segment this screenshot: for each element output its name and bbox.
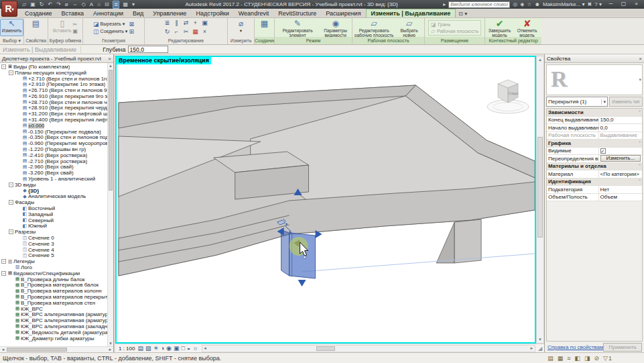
ribbon-tab[interactable]: Управление bbox=[148, 9, 191, 17]
tree-expander[interactable]: − bbox=[1, 271, 6, 276]
panel-label-context-editor[interactable]: Контекстный редактор bbox=[485, 37, 541, 44]
join-geometry-button[interactable]: ◫Соединить ▾ bbox=[93, 28, 127, 35]
edit-extrusion-button[interactable]: ✎ Редактировать элемент выдавливания bbox=[276, 19, 319, 36]
close-button[interactable]: × bbox=[630, 1, 643, 8]
switch-windows-icon[interactable]: ▦ bbox=[122, 1, 129, 8]
tree-item[interactable]: -1.220 (Подошвы вн гр) bbox=[0, 146, 107, 152]
panel-label-measure[interactable]: Измерить bbox=[228, 37, 254, 44]
design-options-icon[interactable]: ▦ bbox=[558, 355, 564, 362]
scroll-down-icon[interactable]: ▼ bbox=[537, 337, 543, 342]
viewcube[interactable]: Сзади bbox=[487, 80, 529, 113]
offset-icon[interactable]: ∥ bbox=[172, 19, 181, 28]
property-value[interactable]: Объем bbox=[599, 194, 642, 201]
pick-new-workplane-button[interactable]: ▱ Выбрать новую bbox=[395, 19, 423, 36]
open-icon[interactable]: ▱ bbox=[21, 1, 27, 8]
exchange-apps-icon[interactable]: ✖ bbox=[588, 1, 592, 7]
delete-icon[interactable]: × bbox=[200, 28, 209, 36]
aligned-dimension-icon[interactable]: ⇔ bbox=[72, 1, 78, 8]
tree-item[interactable]: Лого bbox=[0, 264, 107, 270]
scrollbar-thumb[interactable] bbox=[7, 348, 67, 352]
tree-item[interactable]: В_Проверка материалов балок bbox=[0, 282, 107, 288]
property-value[interactable]: Выдавливание bbox=[599, 132, 642, 140]
rotate-icon[interactable]: ↻ bbox=[163, 28, 172, 36]
property-value[interactable]: 150,0 bbox=[599, 117, 642, 124]
panel-label-edit[interactable]: Редактирование bbox=[145, 37, 227, 44]
tree-item[interactable]: -2.960 (Верх свай) bbox=[0, 164, 107, 170]
tree-item[interactable]: КЖ_ВРС альтернативная (арматура) bbox=[0, 311, 107, 317]
tree-item[interactable]: КЖ_ВРС альтернативная (закладные детали) bbox=[0, 323, 107, 329]
application-menu-button[interactable]: R▾ bbox=[1, 1, 17, 17]
placement-face-option[interactable]: ◪Грань bbox=[431, 21, 478, 28]
panel-label-create[interactable]: Создание bbox=[255, 37, 274, 44]
tree-item[interactable]: − Планы несущих конструкций bbox=[0, 70, 107, 76]
cut-to-clipboard-icon[interactable]: ✂ bbox=[73, 21, 78, 28]
section-icon[interactable]: ⊟ bbox=[104, 1, 110, 8]
tree-item[interactable]: Сечение 4 bbox=[0, 247, 107, 253]
trim-icon[interactable]: ⌐ bbox=[172, 28, 181, 36]
text-icon[interactable]: A bbox=[89, 1, 94, 8]
minimize-button[interactable]: ─ bbox=[604, 1, 617, 8]
tree-item[interactable]: ±0.000 bbox=[0, 123, 107, 129]
tree-item[interactable]: Сечение 0 bbox=[0, 235, 107, 241]
scroll-down-icon[interactable]: ▼ bbox=[108, 341, 113, 346]
view-window[interactable]: Временное скрытие/изоляция bbox=[115, 56, 536, 344]
tree-item[interactable]: +2.910 (Перекрытие 1го этажа) bbox=[0, 81, 107, 87]
property-value[interactable]: ✓ bbox=[599, 148, 642, 155]
ribbon-tab[interactable]: Создание bbox=[20, 9, 57, 17]
scroll-right-icon[interactable]: ► bbox=[107, 347, 113, 352]
tree-item[interactable]: Сечение 3 bbox=[0, 241, 107, 247]
tree-item[interactable]: Южный bbox=[0, 223, 107, 229]
tree-expander[interactable]: − bbox=[9, 229, 13, 234]
tree-item[interactable]: {3D} bbox=[0, 188, 107, 194]
reveal-hidden-icon[interactable]: ☼ bbox=[192, 345, 198, 352]
tag-icon[interactable]: ◇ bbox=[81, 1, 86, 8]
property-value[interactable]: Нет bbox=[599, 186, 642, 193]
finish-model-button[interactable]: ✔ Завершить модель bbox=[487, 19, 513, 36]
tree-item[interactable]: Сечение 5 bbox=[0, 253, 107, 259]
panel-label-select[interactable]: Выбор ▾ bbox=[0, 37, 23, 44]
tree-item[interactable]: Уровень 1 - аналитический bbox=[0, 176, 107, 182]
crop-view-icon[interactable]: ▣ bbox=[174, 345, 180, 352]
search-icon[interactable]: ◎ bbox=[513, 1, 517, 7]
crop-region-icon[interactable]: □ bbox=[181, 345, 184, 352]
view-scale[interactable]: 1 : 100 bbox=[119, 346, 135, 352]
subscription-center-icon[interactable]: ◈ bbox=[520, 1, 524, 7]
tree-item[interactable]: +26.910 (Верх перекрытия 9го этажа) bbox=[0, 93, 107, 99]
align-icon[interactable]: ≣ bbox=[163, 19, 172, 28]
panel-label-mode[interactable]: Режим bbox=[275, 37, 352, 44]
apply-button[interactable]: Применить bbox=[603, 343, 641, 352]
tree-item[interactable]: КЖ_ВРС bbox=[0, 306, 107, 312]
undo-icon[interactable]: ↶ bbox=[47, 1, 53, 8]
worksets-icon[interactable]: ▤ bbox=[548, 355, 554, 362]
sync-with-central-icon[interactable]: ↻ bbox=[39, 1, 45, 8]
resize-grip[interactable]: ◢ bbox=[536, 344, 544, 352]
tree-item[interactable]: -2.410 (Верх ростверка) bbox=[0, 152, 107, 158]
demolish-icon[interactable]: ⊠ bbox=[129, 21, 134, 28]
tree-item[interactable]: +26.710 (Верх стен и пилонов 9го этажа) bbox=[0, 87, 107, 93]
ribbon-tab[interactable]: Вид bbox=[128, 9, 148, 17]
tree-expander[interactable]: − bbox=[9, 70, 13, 75]
qat-customize-icon[interactable]: ▾ bbox=[131, 1, 135, 8]
tree-expander[interactable]: − bbox=[1, 64, 6, 69]
move-icon[interactable]: + bbox=[191, 19, 200, 28]
3d-model-canvas[interactable]: Сзади bbox=[117, 57, 535, 342]
type-preview[interactable]: R ▾ bbox=[546, 64, 643, 95]
tree-expander[interactable]: − bbox=[9, 183, 13, 187]
tree-item[interactable]: − Разрезы bbox=[0, 229, 107, 235]
depth-input[interactable] bbox=[128, 46, 168, 53]
default-3d-view-icon[interactable]: ⌂ bbox=[96, 1, 101, 8]
hide-isolate-icon[interactable]: ◒ bbox=[187, 345, 190, 352]
ribbon-tab[interactable]: Weandrevit bbox=[234, 9, 273, 17]
shadows-icon[interactable]: ◑ bbox=[161, 345, 164, 352]
exclude-options-icon[interactable]: ⊘ bbox=[594, 355, 600, 362]
tree-item[interactable]: − Легенды bbox=[0, 258, 107, 264]
tree-item[interactable]: +2.710 (Верх стен и пилонов 1го этажа) bbox=[0, 76, 107, 82]
tree-item[interactable]: − Виды (По комплектам) bbox=[0, 64, 107, 70]
underlay-select-icon[interactable]: ◨ bbox=[584, 355, 590, 362]
tree-item[interactable]: В_Проверка длины балок bbox=[0, 276, 107, 282]
panel-label-placement[interactable]: Размещение bbox=[425, 37, 485, 44]
thin-lines-icon[interactable]: ≣ bbox=[113, 1, 120, 9]
tree-item[interactable]: В_Проверка материалов перекрытий bbox=[0, 294, 107, 300]
signed-in-user[interactable]: MaksimMarke... ▾ bbox=[543, 1, 585, 7]
links-select-icon[interactable]: ◧ bbox=[574, 355, 580, 362]
